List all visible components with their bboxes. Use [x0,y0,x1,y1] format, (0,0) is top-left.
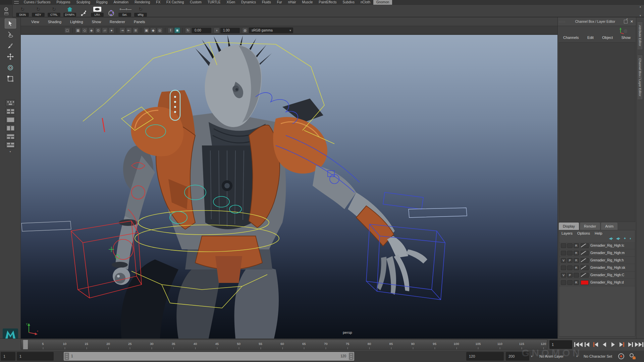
move-layer-up-icon[interactable]: ◀▪ [609,237,613,240]
render-current-frame-icon[interactable]: ◆ [150,27,156,33]
side-tab-channel-box-layer-editor[interactable]: Channel Box / Layer Editor [638,55,643,100]
layer-color-swatch[interactable] [581,265,589,270]
menu-item-fx[interactable]: FX [153,0,163,5]
layer-color-swatch[interactable] [581,243,589,248]
layer-display-type-toggle[interactable]: R [574,265,579,270]
menu-item-animation[interactable]: Animation [111,0,131,5]
paint-select-tool-button[interactable] [5,41,16,51]
menu-item-turtle[interactable]: TURTLE [205,0,224,5]
rotate-tool-button[interactable] [5,63,16,73]
shelf-tabs-icon[interactable] [4,12,8,15]
scale-tool-button[interactable] [5,74,16,84]
range-end-handle[interactable] [349,353,354,360]
layer-visibility-toggle[interactable] [561,251,566,255]
layer-tab-anim[interactable]: Anim [601,223,618,230]
range-start-handle[interactable] [64,353,69,360]
shelf-scroll-up-icon[interactable]: ▲ [638,5,643,8]
layout-grid-button[interactable] [6,108,15,115]
layer-row[interactable]: VPGrenadier_Rig_High:C [559,272,635,279]
layer-row[interactable]: RGrenadier_Rig_High:d [559,279,635,286]
layer-playback-toggle[interactable]: P [567,273,573,278]
play-backwards-button[interactable] [600,340,609,349]
playback-start-field[interactable]: 1 [17,352,54,361]
channel-box-menu-show[interactable]: Show [621,36,631,40]
move-tool-button[interactable] [5,52,16,62]
layer-color-swatch[interactable] [581,280,589,285]
gamma-field[interactable]: 1.00 [220,28,240,33]
shelf-ctrl-button[interactable]: ↻CTRL [47,5,61,17]
layer-visibility-toggle[interactable] [561,265,566,270]
layer-visibility-toggle[interactable]: V [561,273,566,278]
menu-item-muscle[interactable]: Muscle [299,0,316,5]
layout-more-caret-icon[interactable]: ▾ [0,150,20,153]
layer-display-type-toggle[interactable]: R [574,251,579,255]
menu-item-ncloth[interactable]: nCloth [358,0,373,5]
menu-item-fx-caching[interactable]: FX Caching [163,0,187,5]
gear-icon[interactable] [4,7,8,11]
menu-item-fur[interactable]: Fur [274,0,285,5]
playback-end-field[interactable]: 120 [466,352,504,361]
color-management-icon[interactable]: ◍ [242,27,248,33]
menu-item-fluids[interactable]: Fluids [259,0,274,5]
snap-to-view-plane-icon[interactable]: ▱ [102,27,108,33]
layer-display-type-toggle[interactable]: R [574,243,579,248]
snap-to-point-icon[interactable]: ◈ [89,27,94,33]
layer-display-type-toggle[interactable]: R [574,280,579,285]
view-transform-dropdown[interactable]: sRGB gamma [249,27,293,33]
layer-row[interactable]: VPRGrenadier_Rig_High:h [559,257,635,264]
textured-display-icon[interactable]: ◙ [174,27,180,33]
output-connections-icon[interactable]: ⇤ [126,27,132,33]
layer-playback-toggle[interactable] [567,265,573,270]
layer-menu-help[interactable]: Help [594,231,606,235]
channel-box-menu-edit[interactable]: Edit [587,36,594,40]
menu-item-dynamics[interactable]: Dynamics [238,0,259,5]
menu-item-rendering[interactable]: Rendering [131,0,153,5]
side-tab-attribute-editor[interactable]: Attribute Editor [638,21,643,50]
animation-start-field[interactable]: 1 [1,352,15,361]
layer-menu-options[interactable]: Options [576,231,594,235]
layout-single-pane-button[interactable] [6,116,15,123]
play-forwards-button[interactable] [609,340,617,349]
layer-color-swatch[interactable] [581,273,589,278]
time-slider[interactable]: 5101520253035404550556065707580859095100… [21,340,547,350]
menu-item-gnomon[interactable]: Gnomon [373,0,392,5]
menu-item-nhair[interactable]: nHair [285,0,299,5]
channel-list-area[interactable] [559,42,635,222]
layer-playback-toggle[interactable] [567,251,573,255]
move-layer-down-icon[interactable]: ◀▪ [616,237,620,240]
layer-menu-layers[interactable]: Layers [560,231,576,235]
auto-keyframe-icon[interactable] [618,353,624,359]
panel-menu-view[interactable]: View [27,20,44,24]
last-tool-button[interactable] [6,100,15,106]
channel-box-menu-object[interactable]: Object [602,36,613,40]
popout-icon[interactable] [624,20,628,23]
character-set-dropdown[interactable]: No Character Set [584,352,612,361]
layout-two-pane-button[interactable] [6,125,15,131]
layer-playback-toggle[interactable]: P [567,258,573,263]
contrast-icon[interactable]: ◑ [214,27,219,33]
construction-history-icon[interactable]: ≣ [133,27,139,33]
step-forward-key-button[interactable] [618,340,626,349]
range-slider[interactable]: 1 120 [64,352,354,361]
exposure-field[interactable]: 0.00 [192,28,211,33]
pause-viewport-icon[interactable]: ‖ [168,27,173,33]
step-forward-frame-button[interactable] [626,340,635,349]
layer-visibility-toggle[interactable] [561,280,566,285]
select-tool-button[interactable] [5,18,16,28]
lasso-tool-button[interactable] [5,29,16,40]
layer-playback-toggle[interactable] [567,280,573,285]
menu-grip-icon[interactable] [14,1,19,4]
go-to-end-button[interactable] [635,340,643,349]
menu-item-custom[interactable]: Custom [187,0,204,5]
layer-playback-toggle[interactable] [567,243,573,248]
panel-menu-show[interactable]: Show [88,20,106,24]
menu-item-rigging[interactable]: Rigging [93,0,111,5]
layer-tab-display[interactable]: Display [559,223,579,230]
new-layer-from-selected-icon[interactable]: ◗ [629,237,632,240]
make-live-icon[interactable]: ● [109,27,114,33]
open-render-view-icon[interactable]: ▣ [144,27,149,33]
layer-visibility-toggle[interactable] [561,243,566,248]
snap-to-projected-center-icon[interactable]: ⊙ [95,27,101,33]
current-time-marker[interactable] [23,340,28,350]
close-icon[interactable]: ✕ [630,19,633,24]
